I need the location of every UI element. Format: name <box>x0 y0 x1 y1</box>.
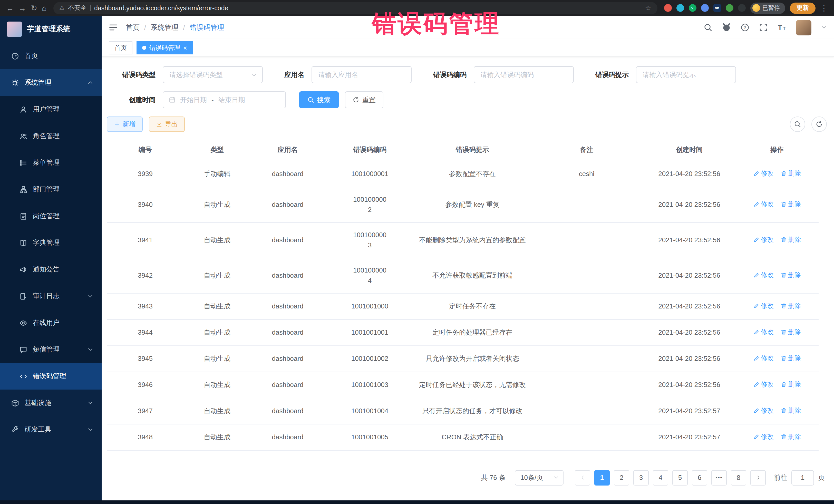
reload-icon[interactable]: ↻ <box>31 4 37 12</box>
table-row: 3945自动生成dashboard1001001002只允许修改为开启或者关闭状… <box>107 345 819 372</box>
font-size-icon[interactable]: TT <box>777 23 786 32</box>
edit-link[interactable]: 修改 <box>753 199 774 209</box>
extension-red-icon[interactable] <box>664 4 672 12</box>
edit-link[interactable]: 修改 <box>753 301 774 311</box>
page-button-1[interactable]: 1 <box>594 470 610 485</box>
sidebar-item-home[interactable]: 首页 <box>0 43 102 69</box>
browser-home-icon[interactable]: ⌂ <box>42 4 46 12</box>
logo-row[interactable]: 芋道管理系统 <box>0 16 102 43</box>
page-size-select[interactable]: 10条/页 <box>515 470 564 485</box>
edit-link[interactable]: 修改 <box>753 405 774 415</box>
search-icon[interactable] <box>704 23 712 32</box>
profile-avatar-icon <box>752 4 760 12</box>
extension-blue-grid-icon[interactable] <box>701 4 708 12</box>
page-button-5[interactable]: 5 <box>672 470 688 485</box>
bookmark-star-icon[interactable]: ☆ <box>645 5 651 11</box>
sidebar-item-audit-log[interactable]: 审计日志 <box>0 283 102 309</box>
extension-green-v-icon[interactable]: V <box>688 4 696 12</box>
error-type-select[interactable]: 请选择错误码类型 <box>163 66 263 83</box>
date-range-picker[interactable]: 开始日期 - 结束日期 <box>163 91 286 108</box>
tab-home[interactable]: 首页 <box>109 41 132 54</box>
export-button[interactable]: 导出 <box>149 116 185 132</box>
sidebar-item-devtools[interactable]: 研发工具 <box>0 416 102 443</box>
edit-link[interactable]: 修改 <box>753 379 774 389</box>
sidebar-item-user[interactable]: 用户管理 <box>0 96 102 123</box>
cell-msg: 定时任务已经处于该状态，无需修改 <box>415 372 530 398</box>
delete-link[interactable]: 删除 <box>781 353 801 363</box>
sidebar-item-sms[interactable]: 短信管理 <box>0 336 102 363</box>
page-button-3[interactable]: 3 <box>633 470 649 485</box>
add-button[interactable]: 新增 <box>107 116 143 132</box>
cell-code: 1001001003 <box>325 372 415 398</box>
edit-link[interactable]: 修改 <box>753 431 774 442</box>
svg-text:?: ? <box>743 25 746 30</box>
sidebar-item-dept[interactable]: 部门管理 <box>0 176 102 203</box>
user-menu-caret-icon[interactable] <box>821 25 827 30</box>
delete-link[interactable]: 删除 <box>781 327 801 337</box>
error-hint-input[interactable] <box>636 66 736 83</box>
tab-error-code[interactable]: 错误码管理× <box>136 41 193 54</box>
annotation-title: 错误码管理 <box>372 8 500 40</box>
app-name-input[interactable] <box>311 66 412 83</box>
sidebar-item-infra[interactable]: 基础设施 <box>0 390 102 416</box>
profile-paused-badge[interactable]: 已暂停 <box>750 2 785 14</box>
delete-link[interactable]: 删除 <box>781 168 801 178</box>
sidebar-item-system[interactable]: 系统管理 <box>0 69 102 96</box>
collapse-sidebar-icon[interactable] <box>109 23 117 32</box>
browser-menu-icon[interactable]: ⋮ <box>820 4 828 12</box>
sidebar-item-notice[interactable]: 通知公告 <box>0 256 102 283</box>
sidebar-item-dict[interactable]: 字典管理 <box>0 229 102 256</box>
cell-id: 3946 <box>107 372 184 398</box>
user-avatar[interactable] <box>796 20 811 35</box>
message-icon <box>20 346 27 353</box>
error-code-input[interactable] <box>474 66 574 83</box>
next-page-button[interactable] <box>750 470 766 485</box>
back-icon[interactable]: ← <box>6 4 14 12</box>
github-icon[interactable] <box>722 23 731 32</box>
edit-link[interactable]: 修改 <box>753 168 774 178</box>
delete-link[interactable]: 删除 <box>781 270 801 280</box>
delete-link[interactable]: 删除 <box>781 199 801 209</box>
edit-link[interactable]: 修改 <box>753 234 774 245</box>
extension-dark-pin-icon[interactable] <box>738 4 745 12</box>
sidebar-item-post[interactable]: 岗位管理 <box>0 203 102 229</box>
page-button-6[interactable]: 6 <box>692 470 707 485</box>
extension-teal-icon[interactable] <box>676 4 684 12</box>
cell-code: 100100000 3 <box>325 222 415 258</box>
delete-link[interactable]: 删除 <box>781 301 801 311</box>
toolbar-refresh-button[interactable] <box>811 116 827 132</box>
sidebar-item-online-user[interactable]: 在线用户 <box>0 309 102 336</box>
search-button[interactable]: 搜索 <box>299 91 339 108</box>
address-bar[interactable]: ⚠ 不安全 dashboard.yudao.iocoder.cn/system/… <box>53 2 657 14</box>
extension-leaf-icon[interactable] <box>725 4 733 12</box>
page-button-8[interactable]: 8 <box>731 470 746 485</box>
extension-dark-on-icon[interactable]: on <box>713 4 721 12</box>
pager-ellipsis[interactable]: ••• <box>711 470 727 485</box>
sidebar-item-role[interactable]: 角色管理 <box>0 123 102 149</box>
toolbar-search-toggle-button[interactable] <box>790 116 805 132</box>
delete-link[interactable]: 删除 <box>781 431 801 442</box>
breadcrumb-system[interactable]: 系统管理 <box>151 23 179 32</box>
goto-page-input[interactable] <box>791 470 814 485</box>
sidebar-item-error-code[interactable]: 错误码管理 <box>0 363 102 390</box>
sidebar-item-menu[interactable]: 菜单管理 <box>0 149 102 176</box>
trash-icon <box>781 201 787 207</box>
tab-close-icon[interactable]: × <box>183 44 187 51</box>
cell-actions: 修改删除 <box>736 424 819 450</box>
delete-link[interactable]: 删除 <box>781 405 801 415</box>
reset-button[interactable]: 重置 <box>345 91 383 108</box>
fullscreen-icon[interactable] <box>759 23 768 32</box>
edit-link[interactable]: 修改 <box>753 270 774 280</box>
breadcrumb-home[interactable]: 首页 <box>126 23 139 32</box>
edit-link[interactable]: 修改 <box>753 353 774 363</box>
page-button-2[interactable]: 2 <box>614 470 629 485</box>
delete-link[interactable]: 删除 <box>781 234 801 245</box>
help-icon[interactable]: ? <box>741 23 749 32</box>
update-button[interactable]: 更新 <box>790 2 815 14</box>
delete-link[interactable]: 删除 <box>781 379 801 389</box>
svg-text:T: T <box>783 26 786 31</box>
edit-link[interactable]: 修改 <box>753 327 774 337</box>
prev-page-button[interactable] <box>575 470 590 485</box>
page-button-4[interactable]: 4 <box>653 470 668 485</box>
forward-icon[interactable]: → <box>19 4 26 12</box>
